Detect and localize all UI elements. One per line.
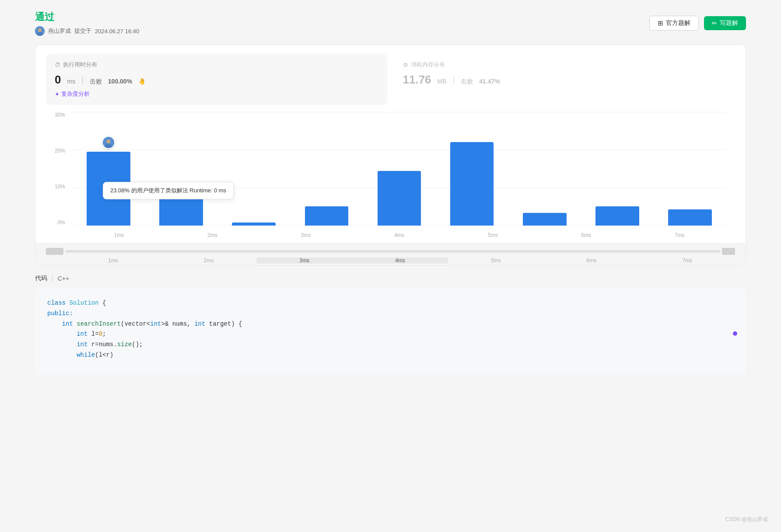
code-line-5: int r=nums.size(); bbox=[47, 340, 734, 350]
bar-6 bbox=[523, 213, 567, 226]
mem-stat-title: ⚙ 消耗内存分布 bbox=[403, 61, 727, 69]
svg-point-4 bbox=[107, 139, 111, 143]
header-left: 通过 燕山罗成 提交于 2024.06.27 16:40 bbox=[35, 10, 139, 36]
bar-col-4 bbox=[363, 112, 435, 226]
code-lang: C++ bbox=[58, 275, 69, 282]
submit-date: 2024.06.27 16:40 bbox=[95, 28, 139, 35]
x-label-1ms: 1ms bbox=[72, 232, 166, 238]
chart-container: 30% 20% 10% 0% 1ms 2ms 3ms 4ms 5ms 6ms 7… bbox=[50, 112, 731, 243]
scroll-label-5ms: 5ms bbox=[448, 257, 544, 264]
bar-8 bbox=[668, 209, 712, 226]
scrollbar-row bbox=[46, 248, 735, 255]
x-label-4ms: 4ms bbox=[353, 232, 446, 238]
bar-col-0 bbox=[72, 112, 145, 226]
page-header: 通过 燕山罗成 提交于 2024.06.27 16:40 ⊞ 官方题解 bbox=[35, 10, 746, 36]
sparkle-icon: ✦ bbox=[55, 91, 60, 97]
time-unit: ms bbox=[67, 78, 75, 85]
bar-4 bbox=[378, 171, 421, 226]
time-value: 0 bbox=[55, 73, 61, 87]
clock-icon: ⏱ bbox=[55, 62, 60, 68]
svg-point-2 bbox=[37, 32, 43, 36]
x-label-3ms: 3ms bbox=[259, 232, 353, 238]
x-label-6ms: 6ms bbox=[539, 232, 633, 238]
scroll-label-6ms: 6ms bbox=[544, 257, 640, 264]
mem-value-row: 11.76 MB | 击败 41.47% bbox=[403, 73, 727, 87]
scroll-label-4ms: 4ms bbox=[352, 257, 448, 264]
code-line-4: int l=0; bbox=[47, 329, 734, 340]
mem-value: 11.76 bbox=[403, 73, 431, 87]
svg-point-5 bbox=[105, 144, 112, 148]
main-card: ⏱ 执行用时分布 0 ms | 击败 100.00% 🤚 ✦ 复杂度分析 bbox=[35, 45, 746, 266]
code-block: class Solution { public: int searchInser… bbox=[35, 288, 746, 375]
memory-icon: ⚙ bbox=[403, 62, 408, 68]
wave-emoji: 🤚 bbox=[138, 78, 146, 85]
watermark: CSDN @燕山罗成 bbox=[725, 516, 768, 523]
scrollbar-thumb-right[interactable] bbox=[722, 248, 735, 255]
mem-beat-label: 击败 bbox=[461, 78, 473, 86]
time-stat-box: ⏱ 执行用时分布 0 ms | 击败 100.00% 🤚 ✦ 复杂度分析 bbox=[46, 54, 387, 105]
code-line-3: int searchInsert(vector<int>& nums, int … bbox=[47, 319, 734, 330]
avatar bbox=[35, 26, 45, 36]
code-header: 代码 | C++ bbox=[35, 275, 746, 282]
scroll-label-1ms: 1ms bbox=[65, 257, 161, 264]
code-section: 代码 | C++ class Solution { public: int se… bbox=[35, 275, 746, 375]
x-axis: 1ms 2ms 3ms 4ms 5ms 6ms 7ms bbox=[72, 227, 726, 243]
code-line-6: while(l<r) bbox=[47, 350, 734, 361]
time-stat-title: ⏱ 执行用时分布 bbox=[55, 61, 378, 69]
y-label-30: 30% bbox=[50, 112, 68, 118]
bar-3 bbox=[305, 206, 349, 226]
mem-stat-divider: | bbox=[453, 75, 455, 84]
book-icon: ⊞ bbox=[658, 19, 663, 27]
complexity-link[interactable]: ✦ 复杂度分析 bbox=[55, 90, 90, 98]
y-label-10: 10% bbox=[50, 184, 68, 190]
code-title: 代码 bbox=[35, 275, 47, 282]
code-divider: | bbox=[52, 275, 53, 282]
y-axis: 30% 20% 10% 0% bbox=[50, 112, 68, 226]
stats-row: ⏱ 执行用时分布 0 ms | 击败 100.00% 🤚 ✦ 复杂度分析 bbox=[46, 54, 735, 105]
meta-row: 燕山罗成 提交于 2024.06.27 16:40 bbox=[35, 26, 139, 36]
x-label-2ms: 2ms bbox=[166, 232, 259, 238]
bar-col-8 bbox=[654, 112, 726, 226]
time-beat-label: 击败 bbox=[90, 78, 102, 86]
bar-col-6 bbox=[508, 112, 581, 226]
y-label-20: 20% bbox=[50, 148, 68, 154]
scrollbar-thumb-left[interactable] bbox=[46, 248, 63, 255]
mem-unit: MB bbox=[438, 78, 447, 85]
bar-col-3 bbox=[290, 112, 363, 226]
bar-5 bbox=[450, 142, 494, 226]
bars-wrapper bbox=[72, 112, 726, 226]
svg-point-1 bbox=[38, 28, 42, 32]
y-label-0: 0% bbox=[50, 219, 68, 226]
bar-col-5 bbox=[436, 112, 508, 226]
code-line-1: class Solution { bbox=[47, 298, 734, 309]
bar-0 bbox=[87, 152, 130, 226]
scroll-label-2ms: 2ms bbox=[161, 257, 257, 264]
scrollbar-track bbox=[65, 250, 720, 253]
avatar-bubble bbox=[102, 136, 115, 149]
scroll-label-3ms: 3ms bbox=[256, 257, 352, 264]
bar-col-1 bbox=[145, 112, 217, 226]
bar-1 bbox=[159, 190, 203, 226]
mem-beat-value: 41.47% bbox=[479, 78, 500, 85]
official-solution-button[interactable]: ⊞ 官方题解 bbox=[649, 16, 699, 31]
scroll-label-7ms: 7ms bbox=[639, 257, 735, 264]
chart-area: 30% 20% 10% 0% 1ms 2ms 3ms 4ms 5ms 6ms 7… bbox=[46, 112, 735, 243]
dot-indicator bbox=[733, 331, 737, 336]
bar-col-7 bbox=[581, 112, 654, 226]
author-name: 燕山罗成 bbox=[48, 27, 71, 35]
status-badge: 通过 bbox=[35, 10, 139, 24]
scroll-x-labels: 1ms 2ms 3ms 4ms 5ms 6ms 7ms bbox=[46, 257, 735, 264]
x-label-5ms: 5ms bbox=[446, 232, 539, 238]
edit-icon: ✏ bbox=[712, 20, 717, 27]
time-value-row: 0 ms | 击败 100.00% 🤚 bbox=[55, 73, 378, 87]
x-label-7ms: 7ms bbox=[633, 232, 726, 238]
header-right: ⊞ 官方题解 ✏ 写题解 bbox=[649, 16, 746, 31]
action-label: 提交于 bbox=[74, 27, 91, 35]
stat-divider: | bbox=[81, 75, 84, 84]
bar-col-2 bbox=[217, 112, 290, 226]
code-line-2: public: bbox=[47, 309, 734, 319]
time-beat-value: 100.00% bbox=[108, 78, 132, 85]
bar-7 bbox=[595, 206, 639, 226]
write-solution-button[interactable]: ✏ 写题解 bbox=[704, 16, 746, 30]
mem-stat-box: ⚙ 消耗内存分布 11.76 MB | 击败 41.47% bbox=[394, 54, 735, 105]
